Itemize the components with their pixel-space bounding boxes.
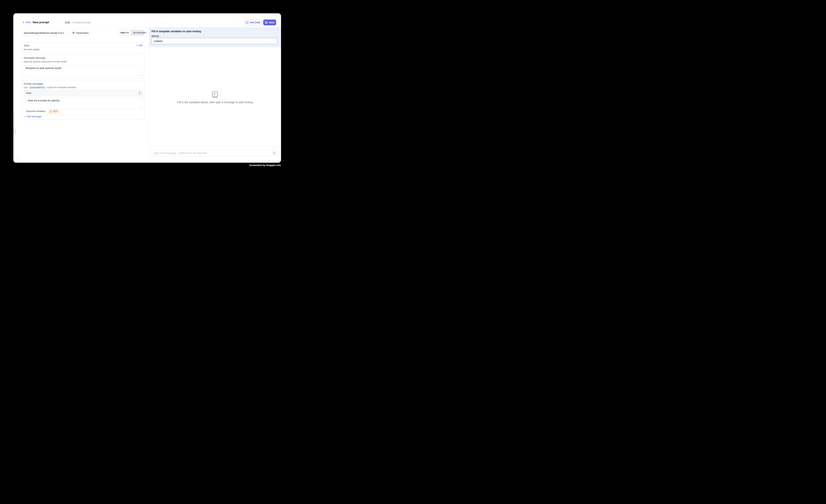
- variable-key-label: {{dish}}: [152, 35, 159, 37]
- get-code-label: Get Code: [250, 21, 260, 24]
- developer-message-subtitle: Optional system instructions for the mod…: [24, 60, 67, 63]
- toggle-option-pretty[interactable]: PRETTY: [118, 30, 131, 35]
- pane-divider: [149, 27, 149, 163]
- toggle-option-dotprompt[interactable]: DOTPROMPT: [131, 30, 149, 35]
- tools-empty-text: No tools added: [24, 48, 40, 51]
- back-button[interactable]: Back: [22, 21, 32, 24]
- message-block: User Give me a recipe for {{dish}} Detec…: [23, 90, 143, 115]
- parameters-label: Parameters: [76, 32, 88, 34]
- template-syntax-hint: Use {{variable}} syntax for template var…: [24, 86, 76, 89]
- gear-icon: ⚙: [72, 32, 75, 34]
- sidebar-peek-panel: [13, 154, 17, 162]
- plus-icon: +: [24, 115, 25, 118]
- role-select-value: User: [26, 91, 32, 94]
- detected-variables-label: Detected variables:: [26, 110, 46, 113]
- developer-message-title: Developer message: [24, 57, 46, 59]
- parameters-button[interactable]: ⚙ Parameters: [70, 29, 91, 36]
- code-icon: [246, 21, 248, 24]
- app-window: Back New prompt Draft Unsaved changes Ge…: [13, 13, 281, 163]
- back-arrow-icon: [22, 21, 25, 24]
- developer-message-input[interactable]: Respond as jack sparrow would: [23, 65, 143, 76]
- banner-title: Fill in template variables to start test…: [152, 30, 201, 33]
- get-code-button[interactable]: Get Code: [244, 19, 261, 25]
- drag-handle-icon[interactable]: [139, 91, 140, 94]
- prompt-messages-title: Prompt messages: [24, 82, 43, 85]
- save-button[interactable]: Save: [263, 19, 276, 25]
- hint-suffix: syntax for template variables: [47, 86, 76, 89]
- add-tool-label: Add: [138, 44, 143, 47]
- template-variables-banner: Fill in template variables to start test…: [149, 27, 281, 47]
- tools-title: Tools: [24, 44, 29, 47]
- chevron-down-icon: [64, 32, 66, 34]
- prompt-messages-section: Prompt messages Use {{variable}} syntax …: [21, 80, 145, 119]
- save-icon: [265, 21, 268, 24]
- detected-variables-row: Detected variables: dish: [26, 109, 59, 114]
- chat-input-container: [152, 150, 278, 156]
- plus-icon: +: [136, 44, 138, 47]
- add-message-button[interactable]: + Add message: [24, 115, 42, 118]
- variable-value-input[interactable]: [152, 38, 278, 44]
- variable-chip-label: dish: [53, 110, 57, 113]
- hint-prefix: Use: [24, 86, 28, 89]
- pencil-icon: [50, 110, 52, 113]
- chevron-down-icon[interactable]: [37, 91, 39, 94]
- message-content-input[interactable]: Give me a recipe for {{dish}}: [26, 98, 141, 109]
- send-button[interactable]: [272, 151, 277, 155]
- watermark-text: Screenshot by Xnapper.com: [249, 164, 281, 167]
- unsaved-changes-text: Unsaved changes: [72, 21, 91, 24]
- page-title: New prompt: [33, 21, 49, 24]
- chat-message-input[interactable]: [154, 151, 272, 154]
- add-message-label: Add message: [26, 115, 42, 118]
- message-header: User: [24, 90, 143, 96]
- view-mode-toggle: PRETTY DOTPROMPT: [118, 30, 145, 36]
- empty-chat-face-icon: [212, 91, 218, 98]
- developer-message-section: Developer message Optional system instru…: [21, 55, 145, 78]
- sidebar-active-indicator: [13, 129, 16, 134]
- status-badge: Draft: [64, 21, 71, 24]
- back-label: Back: [26, 21, 32, 24]
- model-selector-value: aws/anthropic/bedrock-claude-3-5-s...: [24, 32, 64, 34]
- model-selector[interactable]: aws/anthropic/bedrock-claude-3-5-s...: [21, 29, 68, 36]
- variable-chip-dish[interactable]: dish: [48, 109, 59, 113]
- empty-chat-text: Fill in the variables above, then type a…: [149, 101, 281, 104]
- variable-token-chip: {{variable}}: [29, 86, 46, 89]
- tools-section: Tools + Add No tools added: [21, 42, 145, 53]
- add-tool-button[interactable]: + Add: [136, 44, 143, 47]
- save-label: Save: [269, 21, 275, 24]
